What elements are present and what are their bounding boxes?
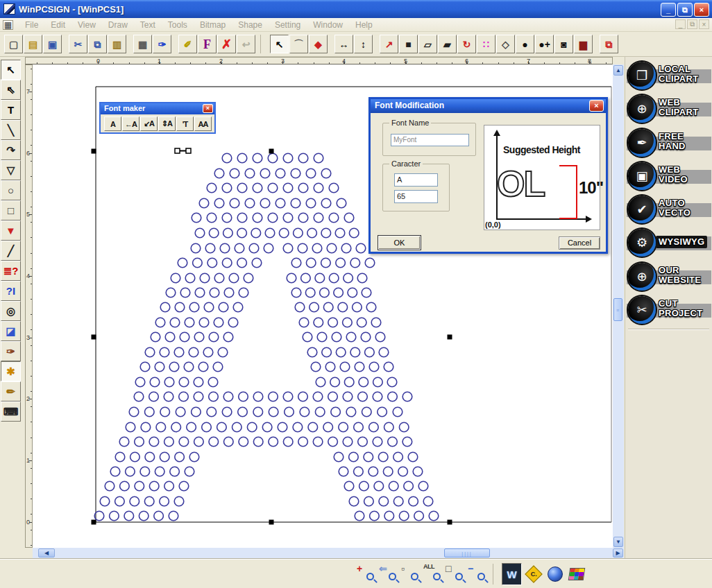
vertical-scroll-thumb[interactable]: ≡ bbox=[613, 298, 622, 321]
restore-button[interactable]: ⧉ bbox=[677, 3, 693, 17]
text-tool[interactable]: T bbox=[1, 100, 21, 120]
minimize-button[interactable]: _ bbox=[661, 3, 676, 17]
zoom-in-button[interactable]: + bbox=[355, 562, 378, 586]
rectangle-tool[interactable]: □ bbox=[1, 200, 21, 220]
selection-handle[interactable] bbox=[269, 520, 274, 525]
measure-tool[interactable]: ?I bbox=[1, 281, 21, 301]
order-button[interactable]: ⧉ bbox=[600, 35, 618, 53]
menu-tools[interactable]: Tools bbox=[162, 19, 194, 31]
font-modification-dialog[interactable]: Font Modification × Font Name MyFont Car… bbox=[368, 97, 608, 254]
kern-angle-button[interactable]: ↙A bbox=[140, 116, 158, 131]
select-tool[interactable]: ↖ bbox=[1, 60, 21, 80]
zoom-window-button[interactable]: ▫ bbox=[400, 562, 422, 586]
kern-left-button[interactable]: ←A bbox=[122, 116, 139, 131]
weld-add-button[interactable]: ●+ bbox=[535, 35, 554, 53]
brush-tool[interactable]: ✑ bbox=[1, 341, 21, 361]
lasso-button[interactable]: ⌒ bbox=[289, 35, 308, 53]
skew-vertical-button[interactable]: ▰ bbox=[438, 35, 457, 53]
spellcheck-tool[interactable]: ≣? bbox=[1, 261, 21, 281]
web-globe-button[interactable] bbox=[545, 563, 565, 585]
free-hand-button[interactable]: ✒FREEHAND bbox=[625, 127, 712, 160]
winpcsign-home-button[interactable]: W bbox=[502, 563, 522, 585]
keypad-tool[interactable]: ⌨ bbox=[1, 401, 21, 422]
menu-text[interactable]: Text bbox=[134, 19, 162, 31]
node-edit-tool[interactable]: ⇖ bbox=[1, 80, 21, 100]
caracter-char-input[interactable]: A bbox=[394, 173, 438, 187]
center-points-button[interactable]: ∷ bbox=[477, 35, 495, 53]
dialog-close-icon[interactable]: × bbox=[589, 100, 604, 112]
perspective-button[interactable]: ◇ bbox=[496, 35, 515, 53]
delete-button[interactable]: ✗ bbox=[217, 35, 236, 53]
clipart-center-button[interactable]: C. bbox=[523, 563, 543, 585]
design-button[interactable]: ✐ bbox=[178, 35, 197, 53]
zoom-page-button[interactable]: □ bbox=[444, 562, 466, 586]
undo-button[interactable]: ↩ bbox=[237, 35, 255, 53]
menu-help[interactable]: Help bbox=[349, 19, 379, 31]
menu-view[interactable]: View bbox=[71, 19, 102, 31]
scroll-left-arrow[interactable]: ◀ bbox=[38, 548, 55, 557]
horizontal-scroll-thumb[interactable]: |||| bbox=[444, 548, 490, 557]
copy-button[interactable]: ⧉ bbox=[88, 35, 107, 53]
scroll-right-arrow[interactable]: ▶ bbox=[613, 548, 623, 557]
eraser-tool[interactable]: ◪ bbox=[1, 321, 21, 341]
rotate-button[interactable]: ↻ bbox=[457, 35, 476, 53]
stamp-tool[interactable]: ▼ bbox=[1, 220, 21, 241]
mdi-minimize-button[interactable]: _ bbox=[675, 19, 686, 29]
ok-button[interactable]: OK bbox=[378, 235, 421, 250]
selection-handle[interactable] bbox=[92, 335, 96, 340]
mdi-close-button[interactable]: × bbox=[699, 19, 709, 29]
color-palette-button[interactable] bbox=[566, 563, 586, 585]
cut-button[interactable]: ✂ bbox=[69, 35, 87, 53]
weld-button[interactable]: ● bbox=[516, 35, 534, 53]
new-button[interactable]: ▢ bbox=[4, 35, 23, 53]
flip-vertical-button[interactable]: ↕ bbox=[354, 35, 373, 53]
zoom-tool[interactable]: ◎ bbox=[1, 301, 21, 321]
scroll-up-arrow[interactable]: ▲ bbox=[613, 65, 623, 76]
close-button[interactable]: × bbox=[694, 3, 709, 17]
menu-draw[interactable]: Draw bbox=[102, 19, 134, 31]
font-name-input[interactable]: MyFont bbox=[391, 134, 469, 146]
web-video-button[interactable]: ▣WEBVIDEO bbox=[625, 160, 712, 193]
print-button[interactable]: ▦ bbox=[133, 35, 152, 53]
scroll-down-arrow[interactable]: ▼ bbox=[613, 537, 623, 547]
dialog-title-bar[interactable]: Font Modification × bbox=[371, 99, 606, 113]
mdi-restore-button[interactable]: ⧉ bbox=[687, 19, 697, 29]
fill-color-button[interactable]: ▆ bbox=[574, 35, 593, 53]
cancel-button[interactable]: Cancel bbox=[559, 236, 600, 250]
menu-setting[interactable]: Setting bbox=[269, 19, 307, 31]
baseline-button[interactable]: 'T bbox=[176, 116, 194, 131]
zoom-out-button[interactable]: − bbox=[466, 562, 489, 586]
menu-shape[interactable]: Shape bbox=[232, 19, 269, 31]
cut-project-button[interactable]: ✂CUTPROJECT bbox=[625, 294, 712, 327]
paste-button[interactable]: ▥ bbox=[108, 35, 126, 53]
arc-tool[interactable]: ↷ bbox=[1, 140, 21, 160]
knife-tool[interactable]: ╱ bbox=[1, 241, 21, 261]
palette-tool[interactable]: ✱ bbox=[1, 361, 21, 381]
caracter-code-input[interactable]: 65 bbox=[394, 190, 438, 203]
selection-handle[interactable] bbox=[92, 520, 96, 525]
auto-vecto-button[interactable]: ✔AUTOVECTO bbox=[625, 193, 712, 227]
save-button[interactable]: ▣ bbox=[43, 35, 62, 53]
selection-handle[interactable] bbox=[269, 149, 274, 154]
font-maker-toolbar[interactable]: Font maker × A←A↙A⇕A'TAA bbox=[99, 102, 216, 134]
shape-select-button[interactable]: ◆ bbox=[309, 35, 328, 53]
menu-bitmap[interactable]: Bitmap bbox=[194, 19, 232, 31]
line-spacing-button[interactable]: ⇕A bbox=[158, 116, 176, 131]
select-button[interactable]: ↖ bbox=[270, 35, 289, 53]
selection-handle[interactable] bbox=[448, 520, 452, 525]
plot-button[interactable]: ✑ bbox=[153, 35, 171, 53]
zoom-all-button[interactable]: ALL bbox=[422, 562, 444, 586]
polygon-tool[interactable]: ▽ bbox=[1, 160, 21, 180]
web-clipart-button[interactable]: ⊕WEBCLIPART bbox=[625, 93, 712, 126]
horizontal-scrollbar[interactable]: ◀ |||| ▶ bbox=[33, 548, 624, 559]
zoom-previous-button[interactable]: ⇐ bbox=[378, 562, 400, 586]
skew-button[interactable]: ▱ bbox=[418, 35, 437, 53]
pencil-tool[interactable]: ✏ bbox=[1, 381, 21, 401]
font-maker-title[interactable]: Font maker × bbox=[101, 103, 214, 114]
selection-handle[interactable] bbox=[92, 149, 96, 154]
open-button[interactable]: ▤ bbox=[24, 35, 42, 53]
font-button[interactable]: F bbox=[198, 35, 217, 53]
font-maker-close-icon[interactable]: × bbox=[203, 104, 213, 113]
move-button[interactable]: ↗ bbox=[380, 35, 398, 53]
scale-button[interactable]: ■ bbox=[399, 35, 418, 53]
